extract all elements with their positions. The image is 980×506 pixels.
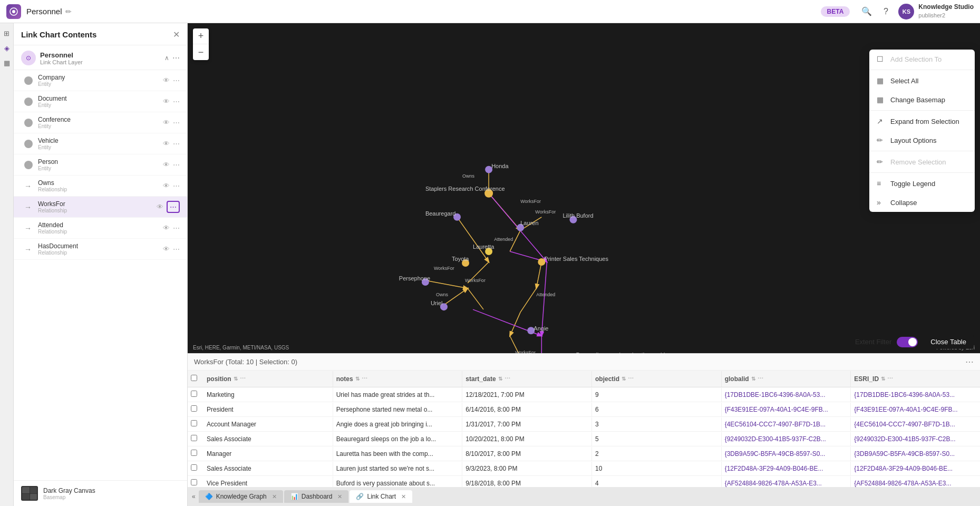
context-expand-selection[interactable]: ↗ Expand from Selection: [869, 112, 975, 131]
col-esri-id[interactable]: ESRI_ID ⇅ ⋯: [851, 371, 980, 387]
sort-icon: ⇅: [881, 376, 885, 382]
more-icon[interactable]: ⋯: [173, 245, 180, 253]
more-icon[interactable]: ⋯: [173, 76, 180, 84]
layer-more-icon[interactable]: ⋯: [172, 54, 180, 62]
help-icon[interactable]: ?: [877, 3, 894, 20]
select-all-icon: ▦: [877, 76, 885, 85]
panel-close-button[interactable]: ✕: [173, 30, 180, 40]
layer-collapse-icon[interactable]: ∧: [164, 54, 169, 62]
knowledge-graph-tab-icon: 🔷: [205, 493, 213, 500]
visibility-icon[interactable]: 👁: [163, 140, 170, 148]
avatar: KS: [898, 4, 914, 20]
table-more-button[interactable]: ⋯: [965, 357, 974, 367]
cell-objectid: 10: [592, 462, 722, 475]
col-check-header: [188, 371, 203, 387]
list-item-vehicle: Vehicle Entity 👁 ⋯: [14, 133, 187, 154]
sort-icon: ⇅: [498, 376, 502, 382]
col-objectid[interactable]: objectid ⇅ ⋯: [592, 371, 722, 387]
tab-close-icon[interactable]: ✕: [272, 493, 277, 500]
table-area: WorksFor (Total: 10 | Selection: 0) ⋯ po…: [188, 353, 980, 506]
tab-link-chart[interactable]: 🔗 Link Chart ✕: [350, 490, 412, 503]
more-icon-active[interactable]: ⋯: [167, 201, 180, 213]
col-more-icon[interactable]: ⋯: [887, 375, 893, 382]
cell-position: Sales Associate: [203, 432, 333, 446]
sidebar-icon-layers[interactable]: ⊞: [1, 27, 13, 39]
cell-globalid: {3DB9A59C-B5FA-49CB-8597-S0...: [722, 447, 851, 461]
cell-start-date: 9/3/2023, 8:00 PM: [462, 462, 592, 475]
app-logo: [6, 4, 21, 19]
col-notes[interactable]: notes ⇅ ⋯: [333, 371, 463, 387]
row-check[interactable]: [188, 432, 203, 446]
tabs-left-arrow[interactable]: «: [192, 493, 196, 500]
row-check[interactable]: [188, 402, 203, 416]
main-layout: ⊞ ◈ ▦ Link Chart Contents ✕ ⊙ Personnel …: [0, 23, 980, 506]
col-more-icon[interactable]: ⋯: [758, 375, 763, 382]
visibility-icon[interactable]: 👁: [157, 203, 163, 211]
select-all-checkbox[interactable]: [191, 375, 197, 381]
tab-close-icon[interactable]: ✕: [337, 493, 342, 500]
more-icon[interactable]: ⋯: [173, 182, 180, 190]
more-icon[interactable]: ⋯: [173, 98, 180, 105]
col-more-icon[interactable]: ⋯: [504, 375, 510, 382]
visibility-icon[interactable]: 👁: [163, 245, 170, 253]
map-area[interactable]: Honda Owns Staplers Research Conference …: [188, 23, 980, 506]
cell-objectid: 6: [592, 403, 722, 416]
col-start-date[interactable]: start_date ⇅ ⋯: [462, 371, 592, 387]
collapse-icon: »: [877, 198, 885, 207]
col-more-icon[interactable]: ⋯: [362, 375, 367, 382]
sidebar-icon-chart[interactable]: ◈: [1, 42, 13, 54]
cell-esri-id: {12F2D48A-3F29-4A09-B046-BE...: [851, 462, 980, 475]
cell-start-date: 6/14/2016, 8:00 PM: [462, 403, 592, 416]
context-collapse[interactable]: » Collapse: [869, 193, 975, 212]
table-body: Marketing Uriel has made great strides a…: [188, 387, 980, 493]
more-icon[interactable]: ⋯: [173, 119, 180, 126]
close-table-button[interactable]: Close Table: [923, 335, 974, 349]
context-toggle-legend[interactable]: ≡ Toggle Legend: [869, 174, 975, 193]
col-globalid[interactable]: globalid ⇅ ⋯: [722, 371, 851, 387]
visibility-icon[interactable]: 👁: [163, 76, 170, 84]
visibility-icon[interactable]: 👁: [163, 119, 170, 126]
extent-filter-toggle[interactable]: [897, 337, 918, 347]
table-header-bar: WorksFor (Total: 10 | Selection: 0) ⋯: [188, 354, 980, 371]
tab-dashboard[interactable]: 📊 Dashboard ✕: [284, 490, 349, 503]
tab-knowledge-graph[interactable]: 🔷 Knowledge Graph ✕: [199, 490, 283, 503]
col-position[interactable]: position ⇅ ⋯: [203, 371, 333, 387]
row-check[interactable]: [188, 387, 203, 402]
more-icon[interactable]: ⋯: [173, 140, 180, 148]
cell-globalid: {9249032D-E300-41B5-937F-C2B...: [722, 432, 851, 446]
basemap-type: Basemap: [43, 494, 180, 500]
row-check[interactable]: [188, 417, 203, 431]
edit-icon[interactable]: ✏: [65, 7, 72, 16]
username-block: Knowledge Studio publisher2: [918, 3, 974, 20]
col-more-icon[interactable]: ⋯: [628, 375, 634, 382]
panel-header: Link Chart Contents ✕: [14, 23, 187, 45]
sidebar-icon-data[interactable]: ▦: [1, 57, 13, 69]
row-check[interactable]: [188, 446, 203, 461]
visibility-icon[interactable]: 👁: [163, 161, 170, 169]
cell-objectid: 9: [592, 388, 722, 402]
zoom-out-button[interactable]: −: [193, 44, 209, 60]
search-icon[interactable]: 🔍: [858, 3, 875, 20]
tab-close-icon[interactable]: ✕: [401, 493, 406, 500]
context-select-all[interactable]: ▦ Select All: [869, 71, 975, 90]
more-icon[interactable]: ⋯: [173, 161, 180, 169]
visibility-icon[interactable]: 👁: [163, 224, 170, 232]
zoom-in-button[interactable]: +: [193, 28, 209, 44]
list-item-document: Document Entity 👁 ⋯: [14, 91, 187, 112]
context-change-basemap[interactable]: ▦ Change Basemap: [869, 90, 975, 109]
basemap-name: Dark Gray Canvas: [43, 487, 180, 494]
visibility-icon[interactable]: 👁: [163, 182, 170, 190]
more-icon[interactable]: ⋯: [173, 224, 180, 232]
visibility-icon[interactable]: 👁: [163, 98, 170, 105]
row-check[interactable]: [188, 461, 203, 475]
col-more-icon[interactable]: ⋯: [240, 375, 246, 382]
cell-start-date: 12/18/2021, 7:00 PM: [462, 388, 592, 402]
cell-position: President: [203, 403, 333, 416]
map-attribution: Esri, HERE, Garmin, METI/NASA, USGS: [193, 345, 289, 351]
svg-text:Angie: Angie: [533, 325, 548, 332]
context-layout-options[interactable]: ✏ Layout Options: [869, 131, 975, 150]
user-menu[interactable]: KS Knowledge Studio publisher2: [898, 3, 974, 20]
table-row: Sales Associate Beauregard sleeps on the…: [188, 432, 980, 446]
svg-text:Owns: Owns: [436, 292, 449, 297]
dashboard-tab-icon: 📊: [290, 493, 298, 500]
